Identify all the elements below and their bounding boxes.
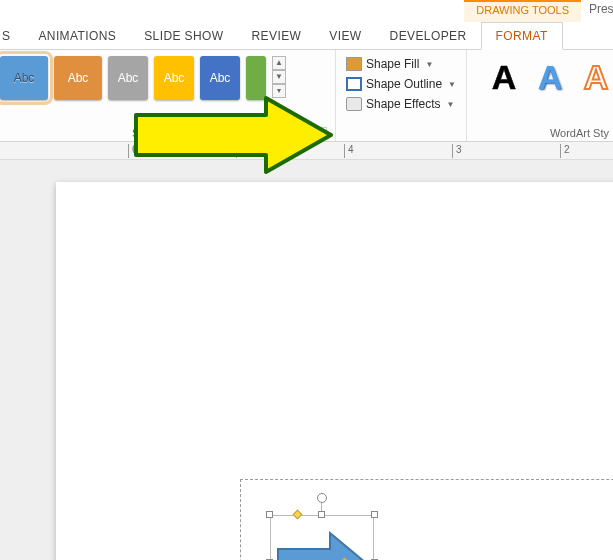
- ruler-tick: 4: [344, 144, 354, 158]
- wordart-gallery[interactable]: A A A: [473, 54, 613, 100]
- shape-outline-label: Shape Outline: [366, 77, 442, 91]
- tab-transitions-partial[interactable]: S: [0, 23, 24, 49]
- shape-fill-label: Shape Fill: [366, 57, 419, 71]
- shape-style-swatch-4[interactable]: Abc: [154, 56, 194, 100]
- horizontal-ruler: 6 5 4 3 2: [0, 142, 613, 160]
- contextual-tab-drawing-tools: DRAWING TOOLS: [464, 0, 581, 22]
- ruler-tick: 6: [128, 144, 138, 158]
- paint-bucket-icon: [346, 57, 362, 71]
- selected-shape-arrow[interactable]: [270, 515, 374, 560]
- gallery-more-icon[interactable]: ▾: [272, 84, 286, 98]
- right-arrow-shape-icon[interactable]: [276, 531, 368, 560]
- resize-handle-nw[interactable]: [266, 511, 273, 518]
- ruler-tick: 3: [452, 144, 462, 158]
- wordart-swatch-3[interactable]: A: [579, 54, 613, 100]
- chevron-down-icon: ▼: [425, 60, 433, 69]
- tab-developer[interactable]: DEVELOPER: [376, 23, 481, 49]
- chevron-down-icon: ▼: [447, 100, 455, 109]
- wordart-swatch-2[interactable]: A: [533, 54, 567, 100]
- shape-fill-button[interactable]: Shape Fill ▼: [344, 56, 458, 72]
- resize-handle-n[interactable]: [318, 511, 325, 518]
- shape-style-swatch-5[interactable]: Abc: [200, 56, 240, 100]
- ruler-tick: 2: [560, 144, 570, 158]
- shape-style-gallery[interactable]: Abc Abc Abc Abc Abc ▲ ▼ ▾: [0, 54, 329, 100]
- title-bar: DRAWING TOOLS Presentation1: [0, 0, 613, 22]
- effects-icon: [346, 97, 362, 111]
- gallery-scroll[interactable]: ▲ ▼ ▾: [272, 56, 286, 98]
- group-label-wordart: WordArt Sty: [473, 127, 613, 141]
- tab-animations[interactable]: ANIMATIONS: [24, 23, 130, 49]
- tab-review[interactable]: REVIEW: [238, 23, 316, 49]
- chevron-down-icon: ▼: [448, 80, 456, 89]
- ruler-tick: 5: [236, 144, 246, 158]
- slide-workspace[interactable]: Clic: [0, 160, 613, 560]
- shape-styles-dialog-launcher[interactable]: ◢: [315, 127, 327, 139]
- shape-style-swatch-3[interactable]: Abc: [108, 56, 148, 100]
- ribbon-tabs: S ANIMATIONS SLIDE SHOW REVIEW VIEW DEVE…: [0, 22, 613, 50]
- gallery-up-icon[interactable]: ▲: [272, 56, 286, 70]
- shape-style-swatch-6[interactable]: [246, 56, 266, 100]
- shape-effects-label: Shape Effects: [366, 97, 441, 111]
- tab-format[interactable]: FORMAT: [481, 22, 563, 50]
- tab-slide-show[interactable]: SLIDE SHOW: [130, 23, 237, 49]
- shape-styles-label-text: Shape Styles: [132, 127, 197, 139]
- rotation-handle[interactable]: [317, 493, 327, 503]
- group-wordart-styles: A A A WordArt Sty: [467, 50, 613, 141]
- presentation-name: Presentation1: [589, 2, 613, 16]
- resize-handle-ne[interactable]: [371, 511, 378, 518]
- wordart-swatch-1[interactable]: A: [487, 54, 521, 100]
- gallery-down-icon[interactable]: ▼: [272, 70, 286, 84]
- group-shape-styles: Abc Abc Abc Abc Abc ▲ ▼ ▾ Shape Styles ◢: [0, 50, 336, 141]
- ribbon-body: Abc Abc Abc Abc Abc ▲ ▼ ▾ Shape Styles ◢…: [0, 50, 613, 142]
- group-label-shape-styles: Shape Styles ◢: [0, 127, 329, 141]
- shape-format-menu: Shape Fill ▼ Shape Outline ▼ Shape Effec…: [336, 50, 467, 141]
- shape-effects-button[interactable]: Shape Effects ▼: [344, 96, 458, 112]
- outline-icon: [346, 77, 362, 91]
- shape-style-swatch-2[interactable]: Abc: [54, 56, 102, 100]
- shape-outline-button[interactable]: Shape Outline ▼: [344, 76, 458, 92]
- tab-view[interactable]: VIEW: [315, 23, 375, 49]
- shape-style-swatch-1[interactable]: Abc: [0, 56, 48, 100]
